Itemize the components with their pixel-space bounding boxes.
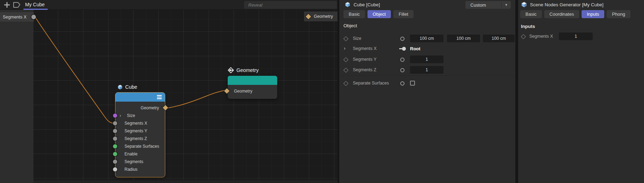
- row-divider: [339, 76, 515, 76]
- geometry-node-header[interactable]: [228, 76, 277, 85]
- port-enable[interactable]: [113, 152, 117, 156]
- cube-input-row: Segments X: [115, 119, 165, 127]
- cube-output-label: Geometry: [115, 104, 165, 112]
- tab-coordinates[interactable]: Coordinates: [544, 10, 579, 18]
- cube-node[interactable]: Geometry › Size Segments X Segments Y: [115, 93, 165, 177]
- horizontal-scrollbar-track[interactable]: [33, 180, 338, 183]
- port-separate-surfaces[interactable]: [113, 144, 117, 148]
- segments-z-field[interactable]: 1: [410, 66, 444, 74]
- tab-basic[interactable]: Basic: [343, 10, 365, 18]
- keyframe-diamond-icon[interactable]: [343, 57, 348, 62]
- size-z-field[interactable]: 100 cm: [483, 35, 515, 42]
- cube-input-row: Segments: [115, 158, 165, 166]
- panel-divider[interactable]: [515, 0, 518, 183]
- tab-my-cube[interactable]: My Cube: [25, 0, 45, 9]
- keyframe-diamond-icon[interactable]: [521, 34, 526, 39]
- row-label: Segments X: [353, 44, 377, 53]
- node-editor-canvas[interactable]: Segments X Geometry Cube: [0, 10, 338, 183]
- attribute-panel-cube: Cube [Cube] Custom ▼ Basic Object Fillet…: [339, 0, 515, 183]
- add-tab-button[interactable]: [3, 1, 11, 9]
- preset-dropdown[interactable]: Custom ▼: [465, 1, 511, 9]
- pinned-output-geometry[interactable]: Geometry: [304, 12, 338, 21]
- row-label: Size: [353, 34, 361, 43]
- cube-input-label: Enable: [115, 150, 165, 158]
- port-segments-z[interactable]: [113, 137, 117, 141]
- row-label: Segments Z: [353, 66, 376, 74]
- row-segments-z: Segments Z 1: [339, 66, 515, 75]
- tab-phong[interactable]: Phong: [607, 10, 630, 18]
- keyframe-diamond-icon[interactable]: [343, 81, 348, 86]
- cube-input-label: Segments: [115, 158, 165, 166]
- geometry-input-label: Geometry: [228, 87, 277, 95]
- port-radius[interactable]: [113, 167, 117, 171]
- node-editor: My Cube Segments X Geometry: [0, 0, 338, 183]
- cube-node-title: Cube: [117, 83, 137, 90]
- port-circle-icon[interactable]: [399, 66, 406, 74]
- port-circle-icon[interactable]: [399, 55, 406, 64]
- pinned-input-label: Segments X: [3, 15, 26, 20]
- cube-icon: [117, 84, 123, 90]
- preset-dropdown-value: Custom: [465, 2, 501, 8]
- connected-port-icon[interactable]: [399, 44, 406, 53]
- attribute-panel-title: Cube [Cube]: [354, 2, 380, 7]
- wire-geometry[interactable]: [168, 90, 225, 108]
- cube-input-label: Segments X: [115, 119, 165, 127]
- geometry-node-title: Geometry: [227, 67, 259, 74]
- generator-panel: Scene Nodes Generator [My Cube] Basic Co…: [518, 0, 644, 183]
- size-y-field[interactable]: 100 cm: [447, 35, 480, 42]
- wire-segments-x[interactable]: [35, 17, 115, 123]
- geometry-node[interactable]: Geometry: [228, 76, 277, 99]
- geometry-input-row: Geometry: [228, 87, 277, 95]
- port-circle-icon[interactable]: [399, 34, 406, 43]
- expand-chevron-icon[interactable]: ›: [120, 112, 121, 119]
- row-separate-surfaces: Separate Surfaces: [339, 79, 515, 88]
- port-size[interactable]: [113, 114, 117, 118]
- cube-input-row: Enable: [115, 150, 165, 158]
- port-segments-x[interactable]: [113, 121, 117, 125]
- keyframe-diamond-icon[interactable]: [343, 68, 348, 73]
- cube-node-title-text: Cube: [125, 84, 137, 90]
- port-segments-y[interactable]: [113, 129, 117, 133]
- cube-output-row: Geometry: [115, 104, 165, 112]
- port-circle-icon[interactable]: [399, 79, 406, 88]
- cube-input-row: Segments Y: [115, 127, 165, 135]
- cube-input-label: Segments Y: [115, 127, 165, 135]
- separate-surfaces-checkbox[interactable]: [410, 81, 415, 86]
- tab-fillet[interactable]: Fillet: [393, 10, 413, 18]
- cube-input-label: Segments Z: [115, 135, 165, 142]
- tab-object[interactable]: Object: [368, 10, 391, 18]
- expand-chevron-icon[interactable]: ›: [344, 45, 346, 51]
- pinned-output-port[interactable]: [306, 14, 311, 19]
- output-port-icon: [227, 67, 234, 74]
- geometry-node-title-text: Geometry: [236, 67, 259, 73]
- generator-segments-x-field[interactable]: 1: [559, 32, 593, 40]
- generator-panel-header: Scene Nodes Generator [My Cube]: [521, 1, 604, 8]
- row-label: Separate Surfaces: [353, 79, 389, 88]
- pinned-output-label: Geometry: [314, 14, 333, 19]
- row-generator-segments-x: Segments X 1: [518, 32, 644, 41]
- cube-input-row: Radius: [115, 166, 165, 173]
- row-label: Segments Y: [353, 55, 377, 64]
- node-menu-icon[interactable]: [157, 95, 162, 99]
- reveal-search-input[interactable]: [244, 1, 337, 9]
- keyframe-diamond-icon[interactable]: [343, 36, 348, 41]
- wires-layer: [0, 10, 338, 183]
- cube-input-label: Radius: [115, 166, 165, 173]
- tab-inputs[interactable]: Inputs: [582, 10, 604, 18]
- port-segments[interactable]: [113, 160, 117, 164]
- segments-x-source[interactable]: Root: [410, 44, 421, 53]
- pinned-input-segments-x[interactable]: Segments X: [0, 12, 34, 22]
- cube-input-row: Segments Z: [115, 135, 165, 142]
- cube-input-label: Size: [115, 112, 165, 119]
- cube-input-row: Separate Surfaces: [115, 142, 165, 150]
- cube-icon: [344, 1, 351, 8]
- tab-basic[interactable]: Basic: [520, 10, 542, 18]
- cube-node-header[interactable]: [115, 93, 165, 102]
- size-x-field[interactable]: 100 cm: [410, 35, 444, 42]
- section-object: Object: [343, 23, 357, 28]
- asset-tag-button[interactable]: [13, 1, 21, 9]
- plus-icon: [3, 1, 10, 8]
- scene-nodes-generator-icon: [521, 1, 527, 8]
- pinned-input-port[interactable]: [31, 15, 36, 19]
- segments-y-field[interactable]: 1: [410, 56, 444, 63]
